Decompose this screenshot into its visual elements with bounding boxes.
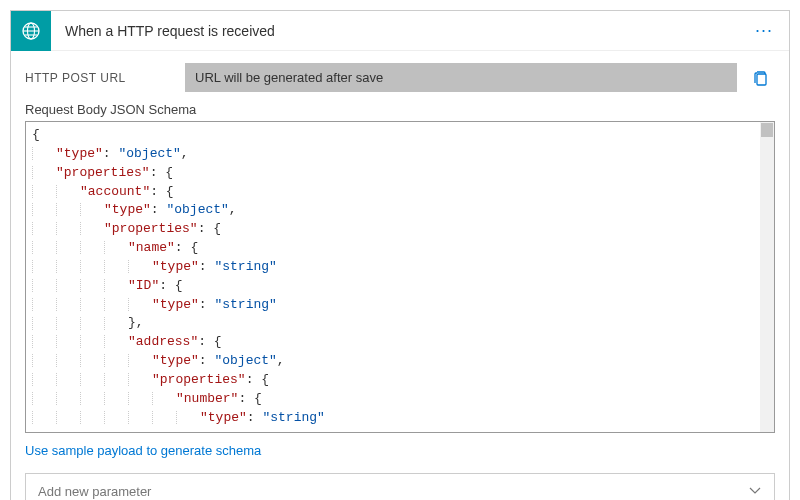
- schema-label: Request Body JSON Schema: [25, 102, 775, 117]
- card-menu-button[interactable]: ···: [739, 20, 789, 41]
- json-line: "name": {: [32, 239, 768, 258]
- add-parameter-placeholder: Add new parameter: [38, 484, 151, 499]
- json-line: "type": "object",: [32, 352, 768, 371]
- json-line: "type": "object",: [32, 145, 768, 164]
- json-line: },: [32, 314, 768, 333]
- copy-icon: [752, 69, 770, 87]
- url-label: HTTP POST URL: [25, 71, 175, 85]
- http-trigger-card: When a HTTP request is received ··· HTTP…: [10, 10, 790, 500]
- json-line: "account": {: [32, 183, 768, 202]
- card-body: HTTP POST URL Request Body JSON Schema {…: [11, 51, 789, 500]
- json-line: "properties": {: [32, 371, 768, 390]
- card-title: When a HTTP request is received: [51, 23, 739, 39]
- http-post-url-field: [185, 63, 737, 92]
- json-line: "address": {: [32, 333, 768, 352]
- json-line: "type": "object",: [32, 201, 768, 220]
- json-line: "type": "string": [32, 409, 768, 428]
- json-line: "properties": {: [32, 164, 768, 183]
- copy-url-button[interactable]: [747, 64, 775, 92]
- json-schema-editor[interactable]: {"type": "object","properties": {"accoun…: [25, 121, 775, 433]
- json-line: "properties": {: [32, 220, 768, 239]
- json-line: {: [32, 126, 768, 145]
- json-line: "type": "string": [32, 296, 768, 315]
- json-line: "number": {: [32, 390, 768, 409]
- url-row: HTTP POST URL: [25, 63, 775, 92]
- use-sample-payload-link[interactable]: Use sample payload to generate schema: [25, 443, 261, 458]
- add-parameter-dropdown[interactable]: Add new parameter: [25, 473, 775, 500]
- json-line: "type": "string": [32, 258, 768, 277]
- chevron-down-icon: [748, 483, 762, 500]
- http-trigger-icon: [11, 11, 51, 51]
- svg-rect-5: [757, 74, 766, 85]
- json-line: "ID": {: [32, 277, 768, 296]
- card-header: When a HTTP request is received ···: [11, 11, 789, 51]
